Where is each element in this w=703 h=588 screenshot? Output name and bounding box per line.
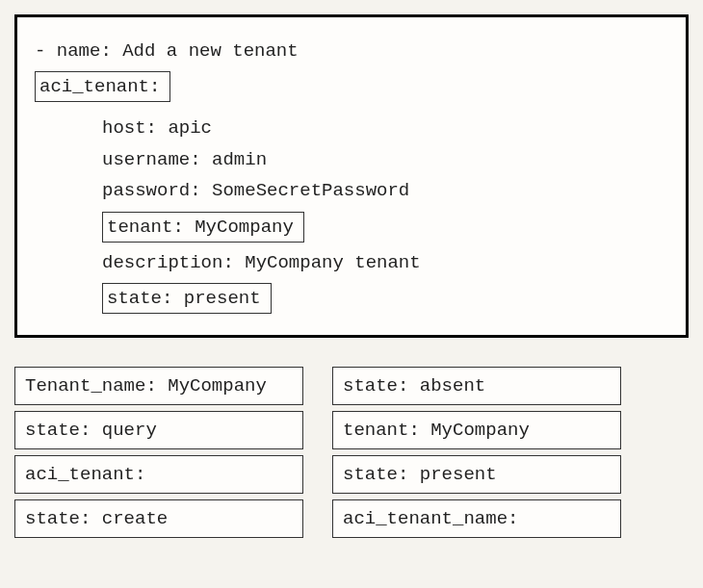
option-tenant-mycompany[interactable]: tenant: MyCompany — [332, 411, 621, 449]
option-state-absent[interactable]: state: absent — [332, 367, 621, 405]
option-tenant-name-mycompany[interactable]: Tenant_name: MyCompany — [14, 367, 303, 405]
option-state-create[interactable]: state: create — [14, 499, 303, 538]
options-column-left: Tenant_name: MyCompany state: query aci_… — [14, 367, 303, 538]
blank-tenant-box[interactable]: tenant: MyCompany — [102, 212, 304, 243]
code-line-description: description: MyCompany tenant — [102, 248, 668, 277]
options-column-right: state: absent tenant: MyCompany state: p… — [332, 367, 621, 538]
blank-module-box[interactable]: aci_tenant: — [35, 71, 170, 102]
blank-state-box[interactable]: state: present — [102, 283, 272, 314]
code-line-password: password: SomeSecretPassword — [102, 176, 668, 205]
option-aci-tenant-name[interactable]: aci_tenant_name: — [332, 499, 621, 538]
option-aci-tenant[interactable]: aci_tenant: — [14, 455, 303, 494]
code-line-name: - name: Add a new tenant — [35, 37, 668, 65]
options-area: Tenant_name: MyCompany state: query aci_… — [14, 367, 689, 538]
code-line-host: host: apic — [102, 114, 668, 142]
option-state-present[interactable]: state: present — [332, 455, 621, 494]
playbook-code-box: - name: Add a new tenant aci_tenant: hos… — [14, 14, 689, 338]
code-line-username: username: admin — [102, 145, 668, 174]
option-state-query[interactable]: state: query — [14, 411, 303, 449]
